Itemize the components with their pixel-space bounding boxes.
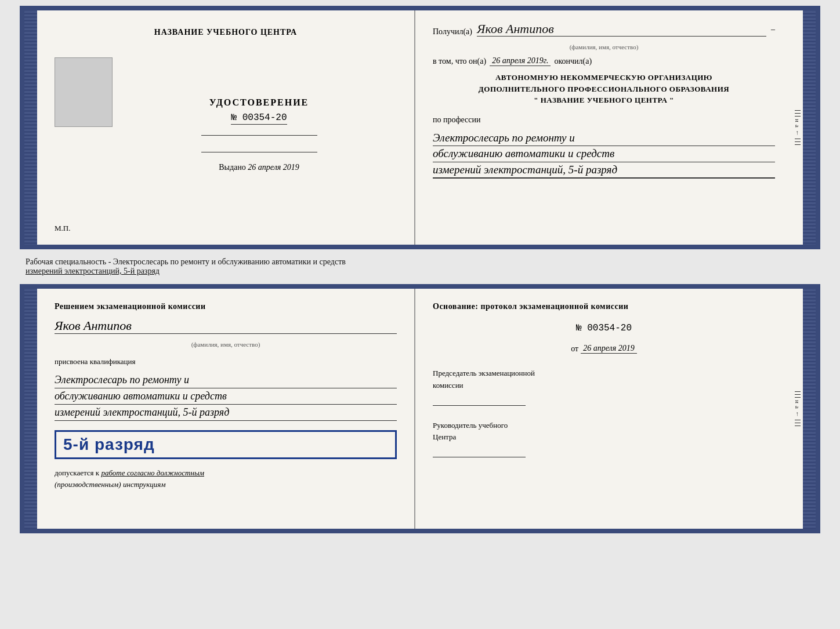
top-right-page: Получил(а) Яков Антипов – (фамилия, имя,… (415, 10, 792, 245)
spine-right-bottom (803, 289, 816, 529)
left-page-body: УДОСТОВЕРЕНИЕ № 00354-20 Выдано 26 апрел… (55, 46, 397, 224)
profession-line2: обслуживанию автоматики и средств (433, 146, 775, 162)
protocol-number: № 00354-20 (433, 323, 775, 333)
cert-number: № 00354-20 (231, 112, 287, 125)
side-letter-i-2: и (794, 400, 801, 403)
date-line: в том, что он(а) 26 апреля 2019г. окончи… (433, 56, 775, 66)
profession-label: по профессии (433, 115, 775, 125)
middle-line1: Рабочая специальность - Электрослесарь п… (26, 257, 814, 267)
profession-text: Электрослесарь по ремонту и обслуживанию… (433, 130, 775, 179)
side-letter-arrow: ← (794, 130, 801, 136)
director-signature-line (433, 446, 526, 457)
recipient-line: Получил(а) Яков Антипов – (433, 22, 775, 37)
qualified-line1: Электрослесарь по ремонту и (55, 372, 397, 388)
date-suffix: окончил(а) (554, 57, 592, 66)
org-block: АВТОНОМНУЮ НЕКОММЕРЧЕСКУЮ ОРГАНИЗАЦИЮ ДО… (433, 72, 775, 106)
profession-line3: измерений электростанций, 5-й разряд (433, 162, 775, 179)
director-block: Руководитель учебного Центра (433, 420, 775, 458)
grade-stamp: 5-й разряд (55, 430, 397, 459)
side-letter-a-2: а (794, 406, 801, 409)
director-label1: Руководитель учебного (433, 420, 775, 432)
side-letter-arrow-2: ← (794, 411, 801, 417)
qualified-label: присвоена квалификация (55, 357, 397, 366)
chairman-label1: Председатель экзаменационной (433, 368, 775, 380)
top-document: НАЗВАНИЕ УЧЕБНОГО ЦЕНТРА УДОСТОВЕРЕНИЕ №… (20, 6, 820, 249)
issued-line: Выдано 26 апреля 2019 (219, 163, 299, 172)
side-strip-right: и а ← (792, 10, 803, 245)
admitted-italic: (производственным) инструкциям (55, 480, 166, 489)
dash-after-name: – (771, 25, 775, 34)
top-left-page: НАЗВАНИЕ УЧЕБНОГО ЦЕНТРА УДОСТОВЕРЕНИЕ №… (37, 10, 415, 245)
document-wrapper: НАЗВАНИЕ УЧЕБНОГО ЦЕНТРА УДОСТОВЕРЕНИЕ №… (20, 6, 820, 533)
basis-title: Основание: протокол экзаменационной коми… (433, 300, 775, 312)
protocol-date: от 26 апреля 2019 (433, 344, 775, 354)
bottom-right-page: Основание: протокол экзаменационной коми… (415, 289, 792, 529)
cert-line-1 (201, 135, 317, 136)
cert-line-2 (201, 152, 317, 152)
spine-right (803, 10, 816, 245)
spine-left-bottom (24, 289, 37, 529)
director-label2: Центра (433, 431, 775, 443)
date-prefix: в том, что он(а) (433, 57, 486, 66)
bottom-document: Решением экзаменационной комиссии Яков А… (20, 284, 820, 533)
decision-name: Яков Антипов (55, 318, 397, 334)
chairman-signature-line (433, 394, 526, 406)
decision-title: Решением экзаменационной комиссии (55, 300, 397, 312)
org-line2: ДОПОЛНИТЕЛЬНОГО ПРОФЕССИОНАЛЬНОГО ОБРАЗО… (433, 83, 775, 95)
fio-label-top: (фамилия, имя, отчество) (433, 43, 775, 50)
mp-label: М.П. (55, 224, 70, 233)
photo-placeholder (55, 57, 113, 127)
org-line1: АВТОНОМНУЮ НЕКОММЕРЧЕСКУЮ ОРГАНИЗАЦИЮ (433, 72, 775, 83)
protocol-date-prefix: от (571, 344, 578, 354)
top-left-title: НАЗВАНИЕ УЧЕБНОГО ЦЕНТРА (154, 28, 297, 37)
recipient-name: Яков Антипов (477, 22, 766, 37)
org-line3: " НАЗВАНИЕ УЧЕБНОГО ЦЕНТРА " (433, 94, 775, 106)
profession-line1: Электрослесарь по ремонту и (433, 130, 775, 147)
recipient-label: Получил(а) (433, 27, 472, 37)
fio-label-bottom: (фамилия, имя, отчество) (55, 341, 397, 348)
admitted-line: допускается к работе согласно должностны… (55, 467, 397, 490)
admitted-text: допускается к (55, 468, 99, 477)
middle-line2: измерений электростанций, 5-й разряд (26, 267, 814, 276)
issued-date: 26 апреля 2019 (248, 163, 299, 172)
date-value: 26 апреля 2019г. (490, 56, 551, 66)
qualified-text: Электрослесарь по ремонту и обслуживанию… (55, 372, 397, 421)
issued-label: Выдано (219, 163, 246, 172)
qualified-line3: измерений электростанций, 5-й разряд (55, 405, 397, 421)
spine-left (24, 10, 37, 245)
left-page-text: УДОСТОВЕРЕНИЕ № 00354-20 Выдано 26 апрел… (121, 46, 397, 224)
admitted-handwritten: работе согласно должностным (101, 468, 204, 477)
qualified-line2: обслуживанию автоматики и средств (55, 388, 397, 405)
protocol-date-value: 26 апреля 2019 (581, 344, 636, 354)
chairman-label2: комиссии (433, 380, 775, 392)
cert-title: УДОСТОВЕРЕНИЕ (209, 97, 309, 108)
bottom-left-page: Решением экзаменационной комиссии Яков А… (37, 289, 415, 529)
side-letter-a: а (794, 125, 801, 128)
middle-text-block: Рабочая специальность - Электрослесарь п… (20, 254, 820, 279)
chairman-block: Председатель экзаменационной комиссии (433, 368, 775, 406)
side-letter-i: и (794, 119, 801, 122)
side-strip-right-bottom: и а ← (792, 289, 803, 529)
